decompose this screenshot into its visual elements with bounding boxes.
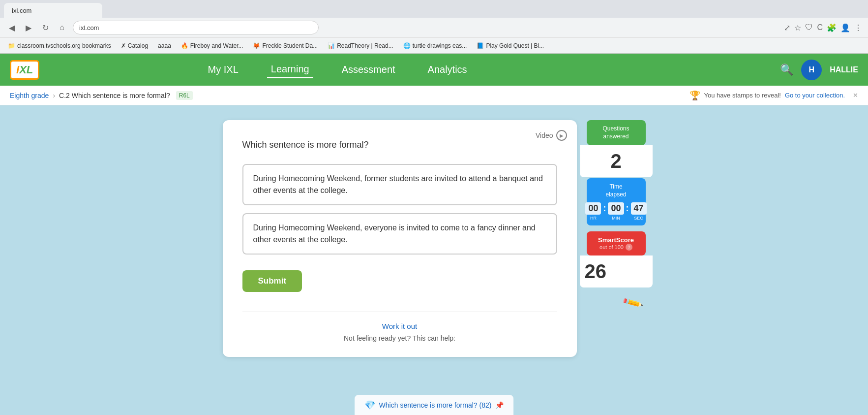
ixl-app: IXL My IXL Learning Assessment Analytics…: [0, 54, 868, 415]
seconds-value: 47: [631, 202, 647, 215]
bookmark-readtheory[interactable]: 📊 ReadTheory | Read...: [324, 41, 397, 50]
ixl-header: IXL My IXL Learning Assessment Analytics…: [0, 54, 868, 86]
bookmark-goldquest[interactable]: 📘 Play Gold Quest | Bl...: [473, 41, 548, 50]
time-display: 00 HR : 00 MIN : 47 SEC: [594, 202, 639, 221]
nav-analytics[interactable]: Analytics: [424, 62, 471, 77]
question-text: Which sentence is more formal?: [242, 140, 557, 150]
qa-label-line1: Questions: [594, 125, 639, 133]
freckle-icon: 🦊: [253, 42, 260, 49]
time-label-line1: Time: [594, 183, 639, 191]
tab-bar: ixl.com: [0, 0, 868, 18]
bookmark-classroom[interactable]: 📁 classroom.tvschools.org bookmarks: [4, 41, 115, 50]
url-text: ixl.com: [79, 24, 99, 32]
qa-label-line2: answered: [594, 133, 639, 141]
stamp-close-button[interactable]: ✕: [853, 92, 858, 99]
shield-icon[interactable]: 🛡: [805, 23, 813, 32]
bookmark-turtle[interactable]: 🌐 turtle drawings eas...: [399, 41, 471, 50]
time-label-line2: elapsed: [594, 191, 639, 199]
questions-answered-count: 2: [580, 145, 653, 177]
pencil-icon: ✏️: [621, 289, 648, 314]
hours-unit: 00 HR: [585, 202, 601, 221]
bookmark-star-icon[interactable]: ☆: [794, 23, 801, 32]
work-it-out-section: Work it out Not feeling ready yet? This …: [242, 312, 557, 342]
time-sep-2: :: [626, 202, 629, 221]
stamp-notice: 🏆 You have stamps to reveal! Go to your …: [689, 90, 858, 101]
breadcrumb-lesson: C.2 Which sentence is more formal?: [59, 92, 170, 99]
reload-button[interactable]: ↻: [39, 22, 51, 33]
breadcrumb-grade[interactable]: Eighth grade: [10, 92, 49, 99]
bookmark-aaaa[interactable]: aaaa: [154, 41, 175, 50]
diamond-icon: 💎: [364, 400, 375, 411]
main-content: Video ▶ Which sentence is more formal? D…: [0, 105, 868, 415]
play-icon: ▶: [556, 130, 567, 141]
profile-icon[interactable]: 👤: [840, 23, 850, 32]
ixl-logo[interactable]: IXL: [10, 60, 39, 80]
bookmark-freckle[interactable]: 🦊 Freckle Student Da...: [249, 41, 322, 50]
address-bar: ◀ ▶ ↻ ⌂ ixl.com ⤢ ☆ 🛡 C 🧩 👤 ⋮: [0, 18, 868, 37]
sec-label: SEC: [631, 216, 647, 221]
hr-label: HR: [585, 216, 601, 221]
work-it-out-subtitle: Not feeling ready yet? This can help:: [242, 334, 557, 342]
time-sep-1: :: [603, 202, 606, 221]
video-button[interactable]: Video ▶: [536, 130, 567, 141]
nav-assessment[interactable]: Assessment: [338, 62, 399, 77]
min-label: MIN: [608, 216, 624, 221]
submit-button[interactable]: Submit: [242, 270, 302, 292]
bottom-link-label: Which sentence is more formal? (82): [379, 401, 492, 409]
catalog-icon: ✗: [121, 42, 126, 49]
home-button[interactable]: ⌂: [56, 22, 68, 33]
user-name[interactable]: HALLIE: [830, 65, 858, 74]
right-sidebar: Questions answered 2 Time elapsed 00 HR …: [587, 120, 646, 310]
question-card: Video ▶ Which sentence is more formal? D…: [223, 120, 577, 357]
extensions-icon[interactable]: 🧩: [827, 23, 837, 32]
seconds-unit: 47 SEC: [631, 202, 647, 221]
work-it-out-title[interactable]: Work it out: [242, 322, 557, 330]
time-elapsed-card: Time elapsed 00 HR : 00 MIN :: [587, 178, 646, 225]
nav-learning[interactable]: Learning: [267, 62, 313, 78]
trophy-icon: 🏆: [689, 90, 700, 101]
questions-answered-header: Questions answered: [587, 120, 646, 145]
pencil-container: ✏️: [587, 288, 646, 310]
stamp-collection-link[interactable]: Go to your collection.: [785, 92, 845, 99]
extension-icon[interactable]: C: [817, 23, 823, 32]
active-tab[interactable]: ixl.com: [4, 3, 102, 18]
url-input[interactable]: ixl.com: [73, 21, 319, 34]
time-elapsed-header: Time elapsed 00 HR : 00 MIN :: [587, 178, 646, 225]
back-button[interactable]: ◀: [6, 22, 18, 33]
search-icon[interactable]: 🔍: [780, 64, 793, 76]
smart-score-value: 26: [580, 255, 653, 287]
smart-score-card: SmartScore out of 100 ? 26: [587, 231, 646, 283]
minutes-value: 00: [608, 202, 624, 215]
hours-value: 00: [585, 202, 601, 215]
menu-icon[interactable]: ⋮: [854, 23, 862, 32]
smart-score-sublabel: out of 100 ?: [594, 244, 639, 251]
tab-title: ixl.com: [12, 7, 31, 14]
breadcrumb-separator: ›: [53, 92, 55, 99]
minutes-unit: 00 MIN: [608, 202, 624, 221]
answer-option-a[interactable]: During Homecoming Weekend, former studen…: [242, 164, 557, 205]
logo-xl: XL: [19, 64, 33, 76]
nav-my-ixl[interactable]: My IXL: [204, 62, 242, 77]
breadcrumb-bar: Eighth grade › C.2 Which sentence is mor…: [0, 86, 868, 105]
fire-icon: 🔥: [181, 42, 188, 49]
video-label: Video: [536, 131, 553, 139]
bookmark-fireboy[interactable]: 🔥 Fireboy and Water...: [177, 41, 247, 50]
answer-option-b[interactable]: During Homecoming Weekend, everyone is i…: [242, 213, 557, 255]
user-avatar[interactable]: H: [801, 60, 822, 80]
folder-icon: 📁: [8, 42, 15, 49]
smart-score-label: SmartScore: [594, 236, 639, 244]
readtheory-icon: 📊: [328, 42, 335, 49]
bookmark-pin-icon: 📌: [495, 401, 504, 409]
share-icon[interactable]: ⤢: [784, 23, 790, 32]
bookmark-catalog[interactable]: ✗ Catalog: [117, 41, 152, 50]
stamp-notice-text: You have stamps to reveal!: [704, 92, 781, 99]
header-nav: My IXL Learning Assessment Analytics: [204, 62, 471, 78]
bookmarks-bar: 📁 classroom.tvschools.org bookmarks ✗ Ca…: [0, 37, 868, 53]
forward-button[interactable]: ▶: [23, 22, 34, 33]
smart-score-header: SmartScore out of 100 ?: [587, 231, 646, 255]
info-icon[interactable]: ?: [626, 244, 632, 251]
turtle-icon: 🌐: [403, 42, 411, 49]
browser-chrome: ixl.com ◀ ▶ ↻ ⌂ ixl.com ⤢ ☆ 🛡 C 🧩 👤 ⋮ 📁 …: [0, 0, 868, 54]
bottom-link-bar[interactable]: 💎 Which sentence is more formal? (82) 📌: [355, 395, 514, 415]
questions-answered-card: Questions answered 2: [587, 120, 646, 172]
